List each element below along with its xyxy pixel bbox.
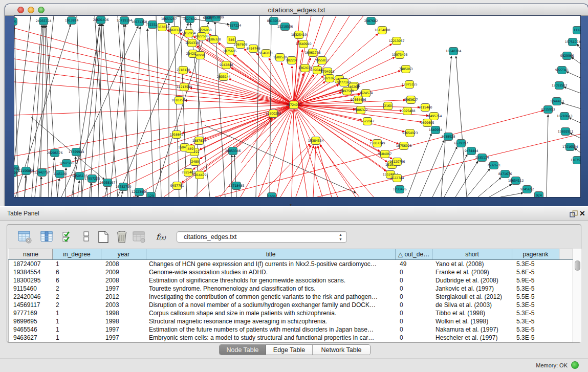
graph-node-label: 1112 <box>573 28 580 32</box>
cell: 2 <box>56 301 101 309</box>
tab-node-table[interactable]: Node Table <box>220 345 266 355</box>
graph-node-label: 8215953 <box>541 107 555 111</box>
cell: Corpus callosum shape and size in male p… <box>149 309 395 317</box>
graph-node-label: 16961758 <box>305 51 321 54</box>
table-rows: 1872400712008Changes of HCN gene express… <box>8 260 573 342</box>
cell: 1997 <box>105 285 146 293</box>
vertical-scrollbar[interactable] <box>573 249 581 342</box>
graph-node-label: 1887834 <box>192 139 206 142</box>
minimize-window-icon[interactable] <box>28 7 34 13</box>
graph-node-label: 9245652 <box>520 187 534 191</box>
graph-node-label: 8938928 <box>442 135 455 138</box>
graph-node-label: 1821022 <box>323 76 337 80</box>
column-header-pagerank[interactable]: pagerank <box>512 249 559 259</box>
cell: 5.3E-5 <box>516 260 559 268</box>
column-header-short[interactable]: short <box>432 249 512 259</box>
cell: 6 <box>56 276 101 285</box>
new-file-icon[interactable] <box>96 230 111 244</box>
column-header-in_degree[interactable]: in_degree <box>53 249 101 259</box>
network-canvas[interactable]: 1605240557241913814206914061071919416671… <box>14 16 580 197</box>
graph-node-label: 12093587 <box>552 83 568 87</box>
cell: Tourette syndrome. Phenomenology and cla… <box>149 285 395 293</box>
graph-node-label: 15218506 <box>277 25 293 28</box>
graph-node-label: 9227341 <box>555 68 569 72</box>
graph-node-label: 10719194 <box>117 18 133 22</box>
graph-node-label: 10653287 <box>161 17 177 20</box>
cell: 2008 <box>105 276 146 285</box>
network-graph: 1605240557241913814206914061071919416671… <box>14 16 580 197</box>
table-row[interactable]: 2242004622012Investigating the contribut… <box>9 293 573 301</box>
column-header-name[interactable]: name <box>9 249 53 259</box>
close-window-icon[interactable] <box>17 7 24 13</box>
tab-network-table[interactable]: Network Table <box>313 345 370 355</box>
table-row[interactable]: 1872400712008Changes of HCN gene express… <box>9 260 573 268</box>
memory-status-icon[interactable] <box>571 361 579 369</box>
table-settings-icon[interactable] <box>18 230 32 244</box>
graph-node-label: 1640954 <box>429 128 443 132</box>
panel-divider-grip[interactable]: ▾ <box>290 203 292 207</box>
cell: 0 <box>400 276 432 285</box>
graph-node-label: 6794028 <box>321 70 335 73</box>
graph-node-label: 2226058 <box>198 28 212 32</box>
close-panel-icon[interactable]: ✕ <box>579 209 585 217</box>
row-height-icon[interactable] <box>79 230 94 244</box>
cell: 9465546 <box>13 325 52 334</box>
graph-node-label: 17016504 <box>562 145 578 148</box>
import-table-disabled-icon[interactable] <box>132 230 146 244</box>
function-builder-icon[interactable]: f(x) <box>156 232 170 246</box>
cell: Changes of HCN gene expression and I(f) … <box>149 260 395 268</box>
table-row[interactable]: 946554611997Estimation of the future num… <box>9 325 573 334</box>
graph-node-label: 1167533 <box>571 158 580 162</box>
table-row[interactable]: 1456911722003Disruption of a novel membe… <box>9 301 573 309</box>
graph-node-label: 18300295 <box>266 112 281 115</box>
table-row[interactable]: 977716911998Corpus callosum shape and si… <box>9 309 573 317</box>
graph-node-label: 6579197 <box>454 141 468 145</box>
cell: 0 <box>400 334 432 342</box>
table-row[interactable]: 946362711997Embryonic stem cells: a mode… <box>9 334 573 342</box>
table-row[interactable]: 1830029562008Estimation of significance … <box>9 276 573 285</box>
tab-edge-table[interactable]: Edge Table <box>266 345 313 355</box>
zoom-window-icon[interactable] <box>38 7 45 13</box>
graph-node-label: 10654112 <box>508 179 524 182</box>
cell: Dudbridge et al. (2008) <box>435 276 512 285</box>
cell: Hescheler et al. (1997) <box>435 334 512 342</box>
graph-node-label: 1527602 <box>183 17 197 20</box>
graph-node-label: 9777169 <box>337 80 351 84</box>
cell: Investigating the contribution of common… <box>149 293 395 301</box>
window-titlebar[interactable]: citations_edges.txt <box>5 4 588 16</box>
table-selector-dropdown[interactable]: citations_edges.txt ▲▼ <box>177 231 347 243</box>
graph-node-label: 2522744 <box>390 176 404 180</box>
table-row[interactable]: 969969511998Structural magnetic resonanc… <box>9 317 573 325</box>
graph-node-label: 6497568 <box>340 89 354 93</box>
scrollbar-thumb[interactable] <box>575 260 580 271</box>
graph-node-label: 9242848 <box>220 63 233 67</box>
column-header-title[interactable]: title <box>146 249 396 259</box>
graph-node-label: 7986322 <box>354 108 368 112</box>
table-row[interactable]: 1938455462009Genome-wide association stu… <box>9 268 573 276</box>
graph-node-label: 129 <box>148 194 154 197</box>
column-chooser-icon[interactable] <box>40 230 54 244</box>
column-header-out_de[interactable]: △ out_de… <box>396 249 432 259</box>
cell: 0 <box>400 317 432 325</box>
cell: 0 <box>400 285 432 293</box>
graph-node-label: 1588520 <box>273 55 287 59</box>
graph-node-label: 7825402 <box>182 170 195 174</box>
graph-node-label: 9329966 <box>560 54 574 57</box>
memory-status-label: Memory: OK <box>536 362 568 368</box>
delete-table-icon[interactable] <box>115 230 129 244</box>
graph-node-label: 2935114 <box>475 156 489 159</box>
graph-node-label: 8960124 <box>168 28 182 32</box>
select-columns-icon[interactable] <box>61 230 76 244</box>
cell: 22420046 <box>13 293 52 301</box>
graph-node-label: 982207 <box>286 58 298 62</box>
status-divider <box>0 358 588 359</box>
column-header-year[interactable]: year <box>101 249 146 259</box>
graph-node-label: 18724007 <box>286 103 302 106</box>
float-panel-icon[interactable] <box>570 210 578 218</box>
cell: Embryonic stem cells: a model to study s… <box>149 334 395 342</box>
cell: 5.3E-5 <box>516 325 559 334</box>
cell: 2008 <box>105 260 146 268</box>
graph-node-label: 20206576 <box>47 151 63 155</box>
cell: 1997 <box>105 325 146 334</box>
table-row[interactable]: 911546021997Tourette syndrome. Phenomeno… <box>9 285 573 293</box>
